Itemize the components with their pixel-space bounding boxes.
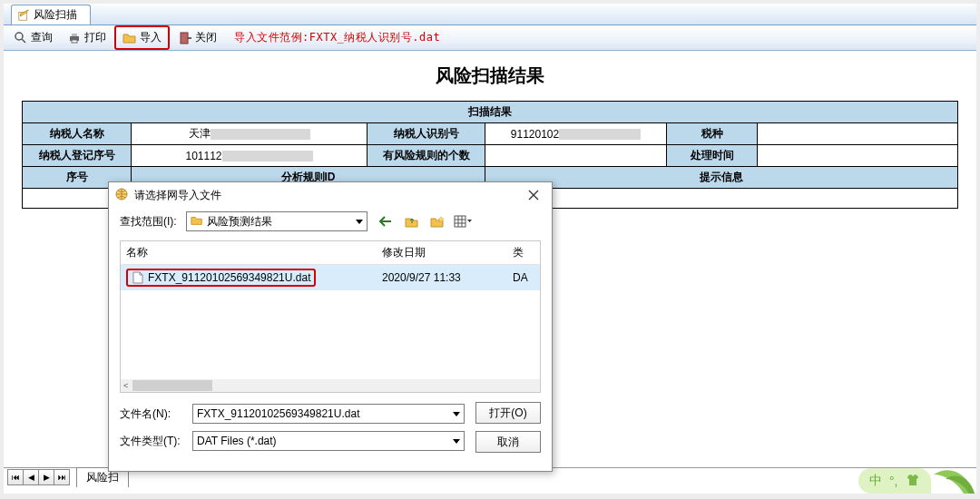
ime-mode: 中 [869,473,882,489]
import-hint: 导入文件范例:FXTX_纳税人识别号.dat [234,30,440,45]
query-button[interactable]: 查询 [7,27,59,48]
shirt-icon [906,474,920,489]
svg-point-1 [15,33,23,40]
query-label: 查询 [31,30,53,45]
td-taxpayer-id: 91120102 [485,123,667,145]
file-name: FXTX_91120102569349821U.dat [148,271,310,284]
ime-bubble[interactable]: 中 °, [858,468,931,494]
open-button[interactable]: 打开(O) [475,402,541,424]
dialog-titlebar: 请选择网导入文件 [109,182,552,208]
grid-view-icon [454,215,472,228]
col-header-name[interactable]: 名称 [121,241,377,264]
close-icon [528,190,539,201]
td-reg-seq: 101112 [132,145,368,167]
door-exit-icon [178,31,192,45]
import-button[interactable]: 导入 [114,25,170,50]
dialog-close-button[interactable] [521,186,546,204]
result-title: 风险扫描结果 [22,64,958,88]
col-header-date[interactable]: 修改日期 [377,241,513,264]
horizontal-scrollbar[interactable]: < [121,379,540,392]
th-taxpayer-id: 纳税人识别号 [368,123,485,145]
svg-rect-4 [72,34,77,36]
go-back-button[interactable] [377,212,397,230]
dialog-title: 请选择网导入文件 [134,188,221,203]
svg-rect-5 [72,40,77,43]
td-tax-type [758,123,958,145]
new-folder-button[interactable] [427,212,447,230]
close-button[interactable]: 关闭 [172,27,223,48]
globe-icon [114,187,129,204]
up-folder-button[interactable] [402,212,422,230]
chevron-down-icon [356,220,363,224]
col-header-type[interactable]: 类 [513,241,540,264]
chevron-down-icon [453,439,460,444]
th-taxpayer-name: 纳税人名称 [23,123,132,145]
th-hint: 提示信息 [485,167,958,189]
ime-punct: °, [889,474,898,488]
tab-risk-scan[interactable]: 风险扫描 [11,5,91,24]
folder-icon [191,214,203,230]
close-label: 关闭 [195,30,217,45]
td-risk-count [485,145,667,167]
printer-icon [67,31,82,45]
svg-rect-6 [181,33,188,44]
toolbar: 查询 打印 导入 关闭 导入文件范例:FXTX_纳税人识别号.dat [4,25,976,51]
print-label: 打印 [84,30,106,45]
lookin-combo[interactable]: 风险预测结果 [186,211,368,231]
nav-next[interactable]: ▶ [38,469,54,485]
th-risk-count: 有风险规则的个数 [368,145,485,167]
filename-label: 文件名(N): [120,406,183,422]
pencil-note-icon [17,9,30,22]
view-menu-button[interactable] [453,212,473,230]
section-header: 扫描结果 [23,102,958,123]
cancel-button[interactable]: 取消 [475,431,541,453]
td-taxpayer-name: 天津 [132,123,368,145]
filetype-label: 文件类型(T): [120,434,183,449]
svg-rect-9 [455,216,466,227]
nav-prev[interactable]: ◀ [23,469,39,485]
chevron-down-icon [453,412,460,416]
tab-label: 风险扫描 [34,7,77,23]
folder-open-icon [122,31,137,45]
folder-new-icon [430,215,445,228]
tab-strip: 风险扫描 [4,4,976,25]
file-type: DA [513,268,540,288]
ime-indicator: 中 °, [858,463,975,494]
cell-hint [485,189,958,209]
svg-line-2 [22,39,25,43]
file-row[interactable]: FXTX_91120102569349821U.dat 2020/9/27 11… [121,265,540,290]
file-icon [132,271,144,284]
file-date: 2020/9/27 11:33 [377,268,513,288]
th-tax-type: 税种 [667,123,758,145]
lookin-label: 查找范围(I): [120,214,177,230]
import-label: 导入 [140,30,162,45]
lookin-value: 风险预测结果 [207,214,272,230]
nav-last[interactable]: ⏭ [54,469,70,485]
arrow-left-icon [379,216,394,227]
file-list: 名称 修改日期 类 FXTX_91120102569349821U.dat 20… [120,240,541,393]
filetype-select[interactable]: DAT Files (*.dat) [192,431,465,451]
nav-first[interactable]: ⏮ [7,469,24,485]
filetype-value: DAT Files (*.dat) [197,435,277,447]
folder-up-icon [405,215,419,228]
filename-input[interactable]: FXTX_91120102569349821U.dat [192,404,465,424]
scrollbar-thumb[interactable] [132,380,212,391]
th-reg-seq: 纳税人登记序号 [23,145,132,167]
filename-value: FXTX_91120102569349821U.dat [197,407,359,420]
td-proc-time [758,145,958,167]
search-icon [14,31,28,45]
print-button[interactable]: 打印 [61,27,113,48]
th-proc-time: 处理时间 [667,145,758,167]
file-open-dialog: 请选择网导入文件 查找范围(I): 风险预测结果 名称 修改日期 类 [108,181,553,472]
leaf-icon [929,461,975,494]
